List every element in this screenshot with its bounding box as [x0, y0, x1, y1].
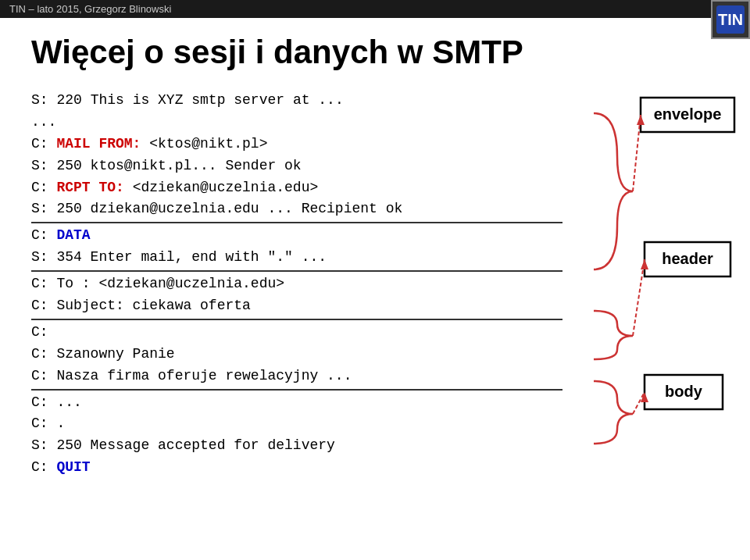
divider-4	[31, 389, 562, 391]
divider-2	[31, 270, 562, 272]
with-word: with	[225, 249, 259, 265]
code-line-5: C: RCPT TO: <dziekan@uczelnia.edu>	[31, 177, 719, 199]
code-line-16: S: 250 Message accepted for delivery	[31, 435, 719, 457]
page-title: Więcej o sesji i danych w SMTP	[31, 34, 719, 71]
code-line-9: C: To : <dziekan@uczelnia.edu>	[31, 273, 719, 295]
code-line-7: C: DATA	[31, 225, 719, 247]
this-word: This	[91, 92, 124, 108]
to-label: To :	[56, 276, 90, 291]
code-line-14: C: ...	[31, 392, 719, 414]
code-line-15: C: .	[31, 413, 719, 435]
code-block: S: 220 This is XYZ smtp server at ... ..…	[31, 90, 719, 479]
code-line-10: C: Subject: ciekawa oferta	[31, 295, 719, 317]
code-line-11: C:	[31, 322, 719, 344]
top-bar-label: TIN – lato 2015, Grzegorz Blinowski	[9, 3, 171, 15]
code-line-17: C: QUIT	[31, 457, 719, 479]
top-bar: TIN – lato 2015, Grzegorz Blinowski	[0, 0, 750, 18]
code-line-12: C: Szanowny Panie	[31, 344, 719, 366]
code-line-2: ...	[31, 112, 719, 134]
divider-1	[31, 222, 562, 223]
code-line-1: S: 220 This is XYZ smtp server at ...	[31, 90, 719, 112]
main-content: Więcej o sesji i danych w SMTP S: 220 Th…	[0, 18, 750, 494]
code-line-3: C: MAIL FROM: <ktos@nikt.pl>	[31, 134, 719, 155]
divider-3	[31, 319, 562, 320]
code-line-4: S: 250 ktos@nikt.pl... Sender ok	[31, 155, 719, 177]
code-line-6: S: 250 dziekan@uczelnia.edu ... Recipien…	[31, 198, 719, 220]
code-line-13: C: Nasza firma oferuje rewelacyjny ...	[31, 366, 719, 387]
code-line-8: S: 354 Enter mail, end with "." ...	[31, 247, 719, 269]
